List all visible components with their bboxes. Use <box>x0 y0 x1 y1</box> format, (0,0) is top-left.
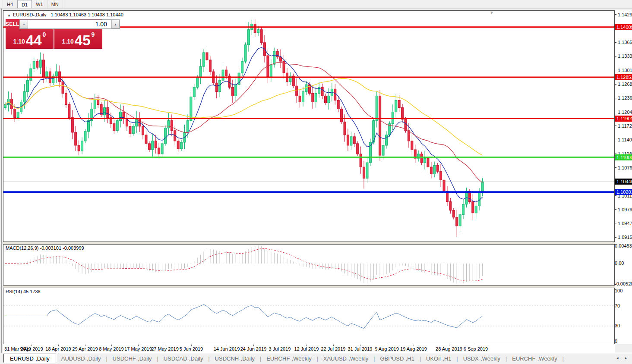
macd-axis-text: 0.004536 <box>615 243 632 248</box>
chart-tab-gbpusd-h1[interactable]: GBPUSD-,H1 <box>375 354 419 363</box>
bull-candle <box>180 142 183 149</box>
bear-candle <box>401 108 404 119</box>
bear-candle <box>312 93 314 102</box>
bear-candle <box>436 165 439 171</box>
buy-button[interactable]: BUY <box>120 21 131 27</box>
tab-scroll-left-icon[interactable]: ◄ <box>616 356 619 360</box>
volume-input[interactable] <box>28 20 111 28</box>
bull-candle <box>39 60 41 67</box>
timeframe-button-w1[interactable]: W1 <box>32 0 47 8</box>
ohlc-values: 1.10463 1.10463 1.10408 1.10440 <box>51 12 123 17</box>
date-label: 18 Apr 2019 <box>45 346 71 351</box>
timeframe-toolbar: H4D1W1MN <box>0 0 632 9</box>
bull-candle <box>104 108 106 115</box>
chart-tab-usdcad-daily[interactable]: USDCAD-,Daily <box>158 354 209 363</box>
rsi-line <box>5 304 483 328</box>
rsi-axis-label: 0 <box>615 338 632 344</box>
tab-scroll-buttons: ◄ ► <box>616 356 628 360</box>
macd-axis-label: 0.004536 <box>615 243 632 248</box>
bear-candle <box>158 148 160 154</box>
level-price-badge: 1.11000 <box>615 154 632 160</box>
price-tick: 1.09795 <box>615 207 632 212</box>
bear-candle <box>360 154 362 167</box>
volume-down-button[interactable]: ▼ <box>20 20 28 28</box>
buy-price-pip: 9 <box>92 31 95 38</box>
macd-axis-label: -0.005205 <box>615 281 632 286</box>
chart-tab-usdcnh-daily[interactable]: USDCNH-,Daily <box>210 354 260 363</box>
tab-separator: | <box>562 356 564 362</box>
bull-candle <box>395 100 397 112</box>
bull-candle <box>247 30 250 45</box>
date-label: 31 Jul 2019 <box>348 346 373 351</box>
rsi-axis-text: 0 <box>615 339 617 344</box>
bear-candle <box>254 24 256 33</box>
rsi-axis-label: 100 <box>615 288 632 293</box>
chart-tab-ukoil-h1[interactable]: UKOil-,H1 <box>421 354 457 363</box>
bear-candle <box>363 167 365 178</box>
window-edge <box>1 9 2 353</box>
volume-spinbox: ▼ ▲ <box>19 19 120 29</box>
date-label: 9 Aug 2019 <box>375 346 399 351</box>
chart-tab-xauusd-weekly[interactable]: XAUUSD-,Weekly <box>318 354 374 363</box>
tick-mark <box>615 42 616 43</box>
timeframe-button-d1[interactable]: D1 <box>17 0 32 8</box>
bull-candle <box>152 141 154 150</box>
bull-candle <box>161 144 163 154</box>
bear-candle <box>430 167 432 174</box>
chart-tab-eurchf-weekly[interactable]: EURCHF-,Weekly <box>261 354 317 363</box>
chart-tab-usdchf-daily[interactable]: USDCHF-,Daily <box>107 354 157 363</box>
date-label: 27 May 2019 <box>151 346 179 351</box>
tick-mark <box>615 167 616 168</box>
price-tick-label: 1.13650 <box>618 40 632 45</box>
bull-candle <box>222 70 224 80</box>
sell-price-tile[interactable]: 1.10 44 0 <box>6 29 54 49</box>
price-tick: 1.09475 <box>615 220 632 226</box>
buy-price-tile[interactable]: 1.10 45 9 <box>54 29 102 49</box>
price-tick: 1.11400 <box>615 137 632 143</box>
macd-chart[interactable] <box>3 245 614 285</box>
chart-shift-marker-icon[interactable]: ▼ <box>490 10 494 15</box>
bear-candle <box>62 82 64 93</box>
timeframe-button-h4[interactable]: H4 <box>3 0 17 8</box>
bear-candle <box>408 131 410 141</box>
bull-candle <box>4 105 6 108</box>
chart-tab-eurusd-daily[interactable]: EURUSD-,Daily <box>3 354 56 363</box>
collapse-icon[interactable]: ▲ <box>7 13 11 17</box>
bear-candle <box>341 109 343 122</box>
chart-tab-eurchf-weekly[interactable]: EURCHF-,Weekly <box>507 354 562 363</box>
macd-axis-text: 0.00 <box>615 260 624 266</box>
sell-button[interactable]: SELL <box>6 21 19 27</box>
bear-candle <box>411 141 413 150</box>
price-tick-label: 1.13330 <box>618 53 632 59</box>
level-price-badge: 1.14009 <box>615 24 632 30</box>
date-label: 14 Jun 2019 <box>214 346 240 351</box>
price-tick-label: 1.12685 <box>618 82 632 87</box>
bull-candle <box>116 121 118 131</box>
rsi-label: RSI(14) 45.1738 <box>6 289 41 294</box>
bear-candle <box>215 83 218 91</box>
bear-candle <box>65 93 67 104</box>
bull-candle <box>433 165 436 174</box>
tick-mark <box>615 98 616 98</box>
chart-tab-usdx-weekly[interactable]: USDX-,Weekly <box>458 354 506 363</box>
tick-mark <box>615 209 616 210</box>
tick-mark <box>615 154 616 154</box>
timeframe-button-mn[interactable]: MN <box>47 0 63 8</box>
price-tick: 1.10760 <box>615 165 632 170</box>
bull-candle <box>257 30 259 33</box>
chart-tab-audusd-daily[interactable]: AUDUSD-,Daily <box>56 354 106 363</box>
tab-scroll-right-icon[interactable]: ► <box>624 356 628 360</box>
macd-panel: MACD(12,26,9) -0.003101 -0.003999 <box>3 244 615 286</box>
bull-candle <box>315 93 317 102</box>
price-tick-label: 1.12365 <box>618 95 632 100</box>
chart-tab-bar: EURUSD-,DailyAUDUSD-,Daily|USDCHF-,Daily… <box>0 353 632 364</box>
bull-candle <box>167 121 170 128</box>
rsi-chart[interactable] <box>3 288 614 344</box>
volume-up-button[interactable]: ▲ <box>111 20 120 28</box>
date-label: 29 Apr 2019 <box>72 346 98 351</box>
bull-candle <box>235 85 237 96</box>
bear-candle <box>225 70 227 76</box>
sell-price-prefix: 1.10 <box>13 38 25 45</box>
price-tick-label: 1.11400 <box>618 137 632 142</box>
bear-candle <box>456 217 458 226</box>
